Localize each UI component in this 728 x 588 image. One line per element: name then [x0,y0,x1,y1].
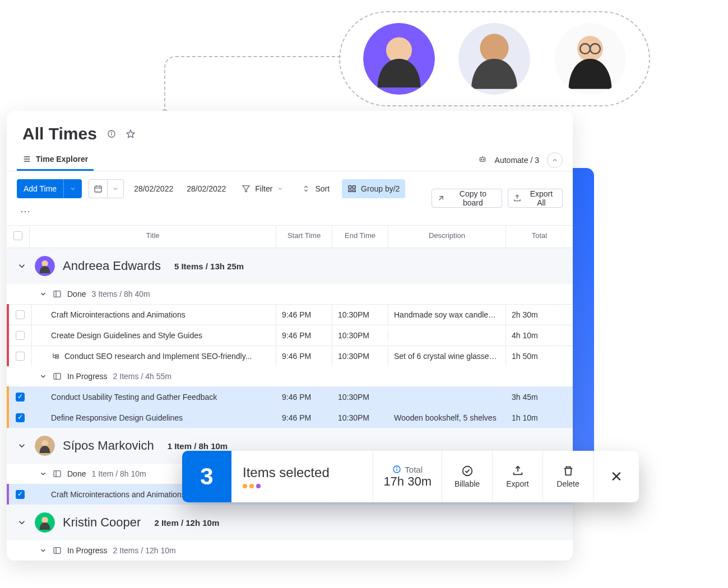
subgroup-status: Done [67,290,86,298]
select-all-checkbox[interactable] [13,231,22,240]
svg-rect-25 [353,186,355,189]
subgroup-row[interactable]: In Progress 2 Items / 4h 55m [7,366,573,386]
row-end: 10:30PM [332,305,388,325]
row-title: Create Design Guidelines and Style Guide… [51,331,202,340]
subgroup-row[interactable]: In Progress 2 Items / 12h 10m [7,540,573,561]
svg-rect-26 [349,190,351,192]
subgroup-meta: 2 Items / 12h 10m [113,546,176,555]
row-checkbox[interactable] [16,490,25,499]
delete-button[interactable]: Delete [542,451,593,502]
row-end: 10:30PM [332,387,388,407]
group-meta: 2 Item / 12h 10m [154,518,219,528]
avatar [35,436,55,456]
row-checkbox[interactable] [16,310,25,319]
export-label: Export [506,479,528,488]
col-start: Start Time [276,226,332,248]
row-title: Define Responsive Design Guidelines [51,413,183,422]
panel-header: All Times [7,111,573,149]
subgroup-meta: 1 Item / 8h 10m [91,469,146,478]
row-total: 1h 10m [506,408,573,428]
tab-time-explorer[interactable]: Time Explorer [17,149,94,171]
sort-button[interactable]: Sort [296,179,335,198]
table-row[interactable]: Define Responsive Design Guidelines 9:46… [9,407,573,428]
copy-to-board-label: Copy to board [449,189,497,207]
col-end: End Time [332,226,388,248]
group-by-button[interactable]: Group by/2 [342,179,405,198]
svg-point-16 [481,159,481,160]
row-start: 9:46 PM [276,408,332,428]
subgroup-status: In Progress [67,546,108,555]
svg-point-48 [462,466,472,476]
info-icon[interactable] [107,129,116,138]
row-end: 10:30PM [332,346,388,366]
date-picker-button[interactable] [89,179,124,198]
svg-rect-35 [54,374,61,380]
sort-label: Sort [315,184,330,193]
group-name: Kristin Cooper [63,515,141,530]
svg-rect-39 [54,471,61,477]
copy-to-board-button[interactable]: Copy to board [432,189,502,208]
row-desc: Wooden bookshelf, 5 shelves [388,408,506,428]
team-avatar-cluster [339,11,650,106]
selection-dot [256,484,261,488]
svg-line-28 [439,197,443,200]
row-desc [388,330,506,341]
svg-rect-27 [353,190,355,192]
row-checkbox[interactable] [16,352,25,361]
export-all-label: Export All [525,189,558,207]
group-name: Sípos Markovich [63,438,154,453]
svg-marker-23 [243,186,249,192]
more-options-icon[interactable]: ⋯ [17,205,35,217]
billable-button[interactable]: Billable [442,451,492,502]
filter-button[interactable]: Filter [236,179,289,198]
row-total: 3h 45m [506,387,573,407]
selection-total: Total 17h 30m [373,451,442,502]
group-row[interactable]: Kristin Cooper 2 Item / 12h 10m [7,505,573,540]
row-total: 1h 50m [506,346,573,366]
export-all-button[interactable]: Export All [508,189,563,208]
avatar [554,23,626,95]
row-checkbox[interactable] [16,331,25,340]
add-time-button[interactable]: Add Time [17,179,82,198]
row-checkbox[interactable] [16,413,25,422]
row-desc: Set of 6 crystal wine glasses, nev... [388,346,506,366]
table-row[interactable]: Create Design Guidelines and Style Guide… [9,325,573,346]
row-total: 4h 10m [506,325,573,346]
page-title: All Times [22,124,97,143]
group-by-label: Group by/2 [361,184,400,193]
chevron-down-icon[interactable] [63,179,82,198]
subgroup-row[interactable]: Done 3 Items / 8h 40m [7,284,573,304]
table-row[interactable]: Conduct Usability Testing and Gather Fee… [9,386,573,407]
svg-rect-43 [54,548,61,554]
subgroup-status: In Progress [67,372,108,381]
export-button[interactable]: Export [492,451,542,502]
group-row[interactable]: Andreea Edwards 5 Items / 13h 25m [7,248,573,284]
svg-point-42 [41,517,48,524]
automate-label[interactable]: Automate / 3 [495,156,539,165]
group-meta: 5 Items / 13h 25m [174,262,244,271]
star-icon[interactable] [126,129,135,138]
svg-point-30 [41,260,48,267]
collapse-button[interactable] [547,152,563,168]
subgroup-meta: 3 Items / 8h 40m [91,290,150,298]
row-checkbox[interactable] [16,393,25,402]
row-start: 9:46 PM [276,325,332,346]
table-row[interactable]: Conduct SEO research and Implement SEO-f… [9,346,573,366]
decorative-connector [164,56,341,112]
total-label: Total [405,465,423,474]
selection-label: Items selected [243,465,361,480]
svg-rect-19 [95,186,101,192]
svg-point-47 [397,468,397,468]
table-row[interactable]: Craft Microinteractions and Animations 9… [9,304,573,325]
filter-label: Filter [255,184,272,193]
row-desc: Handmade soy wax candles, set o... [388,305,506,325]
delete-label: Delete [557,479,579,488]
date-to: 28/02/2022 [183,184,229,193]
row-title: Craft Microinteractions and Animations [51,310,186,319]
row-start: 9:46 PM [276,305,332,325]
row-desc [388,391,506,403]
close-selection-button[interactable]: ✕ [593,451,639,502]
col-title: Title [29,226,276,248]
avatar [35,256,55,276]
svg-point-10 [112,132,112,133]
